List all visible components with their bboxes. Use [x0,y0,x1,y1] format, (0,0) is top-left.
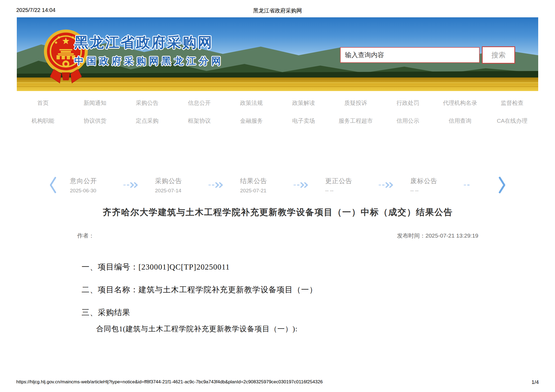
nav-item[interactable]: 信息公开 [173,99,225,107]
timeline-step-group: 意向公开 2025-06-30 [70,177,155,194]
nav-item[interactable]: 信用查询 [434,117,486,125]
nav-item[interactable]: 代理机构名录 [434,99,486,107]
nav-item[interactable]: 金融服务 [225,117,278,125]
arrow-right-icon [463,182,480,189]
timeline-step-date: 2025-07-14 [155,188,193,194]
chevron-left-icon[interactable] [49,176,57,194]
article-paragraph: 一、项目编号：[230001]QC[TP]20250011 [77,262,478,273]
arrow-right-icon [293,182,310,189]
timeline-step-label: 意向公开 [70,177,108,185]
nav-item[interactable]: 框架协议 [173,117,225,125]
timeline-step-group: 废标公告 -- -- [410,177,495,194]
nav-item[interactable]: 协议供货 [69,117,121,125]
article-paragraph: 二、项目名称：建筑与土木工程学院补充更新教学设备项目（一） [77,284,478,295]
nav-item[interactable]: 质疑投诉 [330,99,382,107]
nav-item[interactable]: 行政处罚 [382,99,434,107]
nav-item[interactable]: 采购公告 [121,99,173,107]
page: 2025/7/22 14:04 黑龙江省政府采购网 [0,0,555,392]
nav-item[interactable]: 新闻通知 [69,99,121,107]
print-url: https://hljcg.hlj.gov.cn/maincms-web/art… [16,379,323,385]
timeline-step[interactable]: 意向公开 2025-06-30 [70,177,108,194]
article-paragraph: 三、采购结果 [77,307,478,318]
print-page-number: 1/4 [532,379,539,385]
nav-item[interactable]: 定点采购 [121,117,173,125]
nav-item[interactable]: 监督检查 [486,99,538,107]
timeline-step-group: 更正公告 -- -- [325,177,410,194]
timeline-step[interactable]: 采购公告 2025-07-14 [155,177,193,194]
timeline-step[interactable]: 废标公告 -- -- [410,177,448,194]
print-footer: https://hljcg.hlj.gov.cn/maincms-web/art… [16,379,539,385]
site-title-block: 黑龙江省政府采购网 中国政府采购网黑龙江分网 [74,33,224,67]
procurement-timeline: 意向公开 2025-06-30 采购公告 2025-07-14 [0,175,555,195]
nav-item[interactable]: 电子卖场 [278,117,330,125]
search-input[interactable] [340,47,480,63]
article: 齐齐哈尔大学建筑与土木工程学院补充更新教学设备项目（一）中标（成交）结果公告 作… [77,206,478,346]
publish-time: 发布时间：2025-07-21 13:29:19 [397,232,478,239]
print-header: 2025/7/22 14:04 黑龙江省政府采购网 [0,7,555,15]
timeline-step-date: 2025-07-21 [240,188,278,194]
timeline-step-label: 更正公告 [325,177,363,185]
timeline-step-date: -- -- [410,188,448,194]
nav-item[interactable]: 信用公示 [382,117,434,125]
nav-row-2: 机构职能协议供货定点采购框架协议金融服务电子卖场服务工程超市信用公示信用查询CA… [17,113,538,128]
nav-row-1: 首页新闻通知采购公告信息公开政策法规政策解读质疑投诉行政处罚代理机构名录监督检查 [17,95,538,111]
article-title: 齐齐哈尔大学建筑与土木工程学院补充更新教学设备项目（一）中标（成交）结果公告 [77,206,478,218]
nav-item[interactable]: CA在线办理 [486,117,538,125]
search-bar: 搜索 [340,47,515,64]
article-paragraph: 合同包1(建筑与土木工程学院补充更新教学设备项目（一）): [77,324,478,334]
arrow-right-icon [123,182,140,189]
nav-item[interactable]: 机构职能 [17,117,69,125]
timeline-step-group: 结果公告 2025-07-21 [240,177,325,194]
main-navigation: 首页新闻通知采购公告信息公开政策法规政策解读质疑投诉行政处罚代理机构名录监督检查… [17,95,538,131]
author-label: 作者： [77,232,94,239]
article-meta: 作者： 发布时间：2025-07-21 13:29:19 [77,232,478,239]
article-body: 一、项目编号：[230001]QC[TP]20250011二、项目名称：建筑与土… [77,262,478,334]
search-button[interactable]: 搜索 [482,46,515,64]
timeline-step-label: 废标公告 [410,177,448,185]
site-title: 黑龙江省政府采购网 [74,33,224,52]
timeline-step-label: 结果公告 [240,177,278,185]
chevron-right-icon[interactable] [498,176,506,194]
nav-item[interactable]: 首页 [17,99,69,107]
site-banner: 黑龙江省政府采购网 中国政府采购网黑龙江分网 搜索 [17,17,538,91]
arrow-right-icon [378,182,395,189]
timeline-step-date: -- -- [325,188,363,194]
nav-item[interactable]: 政策法规 [225,99,278,107]
print-page-title: 黑龙江省政府采购网 [0,7,555,14]
site-subtitle: 中国政府采购网黑龙江分网 [74,55,224,67]
timeline-step[interactable]: 结果公告 2025-07-21 [240,177,278,194]
timeline-step-label: 采购公告 [155,177,193,185]
timeline-step-group: 采购公告 2025-07-14 [155,177,240,194]
nav-item[interactable]: 服务工程超市 [330,117,382,125]
timeline-step-date: 2025-06-30 [70,188,108,194]
timeline-step[interactable]: 更正公告 -- -- [325,177,363,194]
arrow-right-icon [208,182,225,189]
nav-item[interactable]: 政策解读 [278,99,330,107]
timeline-steps: 意向公开 2025-06-30 采购公告 2025-07-14 [70,177,495,194]
